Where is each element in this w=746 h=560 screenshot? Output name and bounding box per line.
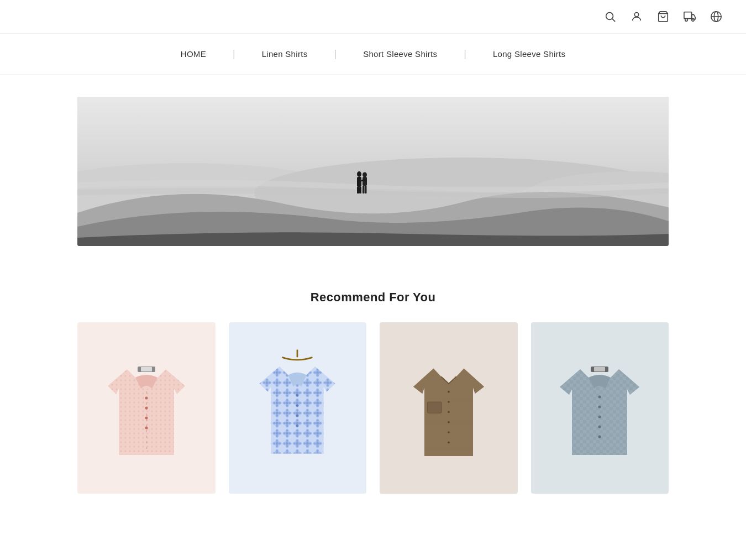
svg-rect-19 (363, 177, 367, 186)
account-icon[interactable] (629, 9, 644, 24)
nav-short-sleeve[interactable]: Short Sleeve Shirts (363, 47, 437, 61)
svg-rect-30 (141, 367, 152, 371)
svg-rect-44 (427, 402, 442, 413)
nav-divider-3: | (464, 48, 466, 60)
svg-point-26 (145, 407, 148, 410)
svg-point-0 (606, 13, 613, 20)
nav-long-sleeve[interactable]: Long Sleeve Shirts (493, 47, 565, 61)
recommend-section: Recommend For You (0, 290, 746, 494)
header-icons (602, 9, 724, 24)
svg-point-5 (685, 19, 688, 22)
svg-point-48 (448, 421, 450, 423)
svg-rect-17 (359, 187, 361, 193)
svg-point-39 (296, 404, 299, 407)
shipping-icon[interactable] (682, 9, 697, 24)
nav-linen-shirts[interactable]: Linen Shirts (262, 47, 308, 61)
svg-point-47 (448, 411, 450, 414)
svg-point-46 (448, 401, 450, 403)
svg-point-45 (448, 391, 450, 393)
product-image-2 (229, 322, 367, 494)
main-nav: HOME | Linen Shirts | Short Sleeve Shirt… (0, 34, 746, 75)
svg-point-40 (296, 414, 299, 417)
svg-rect-16 (357, 187, 359, 193)
recommend-title: Recommend For You (77, 290, 669, 305)
nav-divider-2: | (334, 48, 337, 60)
svg-point-50 (448, 442, 450, 444)
svg-rect-15 (357, 177, 361, 187)
svg-point-41 (296, 425, 299, 427)
svg-point-14 (357, 171, 361, 177)
svg-point-18 (363, 172, 367, 177)
product-image-1 (77, 322, 216, 494)
hero-banner (77, 97, 669, 246)
svg-point-60 (598, 436, 601, 438)
svg-point-25 (145, 397, 148, 400)
nav-divider-1: | (233, 48, 235, 60)
svg-point-56 (598, 396, 601, 399)
svg-rect-20 (363, 186, 365, 193)
svg-rect-4 (684, 12, 692, 19)
product-card[interactable] (531, 322, 669, 494)
svg-point-2 (634, 13, 638, 17)
svg-point-6 (692, 19, 695, 22)
header (0, 0, 746, 34)
product-card[interactable] (77, 322, 216, 494)
svg-rect-21 (365, 186, 367, 193)
svg-line-1 (612, 19, 615, 22)
svg-point-38 (296, 394, 299, 397)
cart-icon[interactable] (655, 9, 671, 24)
product-card[interactable] (380, 322, 518, 494)
svg-point-57 (598, 406, 601, 409)
svg-point-28 (145, 427, 148, 430)
search-icon[interactable] (602, 9, 618, 24)
svg-point-49 (448, 431, 450, 433)
svg-point-58 (598, 416, 601, 418)
product-image-3 (380, 322, 518, 494)
language-icon[interactable] (708, 9, 724, 24)
svg-point-59 (598, 426, 601, 428)
product-card[interactable] (229, 322, 367, 494)
svg-rect-55 (594, 367, 605, 371)
product-image-4 (531, 322, 669, 494)
nav-home[interactable]: HOME (181, 47, 206, 61)
svg-point-27 (145, 417, 148, 420)
product-grid (77, 322, 669, 494)
